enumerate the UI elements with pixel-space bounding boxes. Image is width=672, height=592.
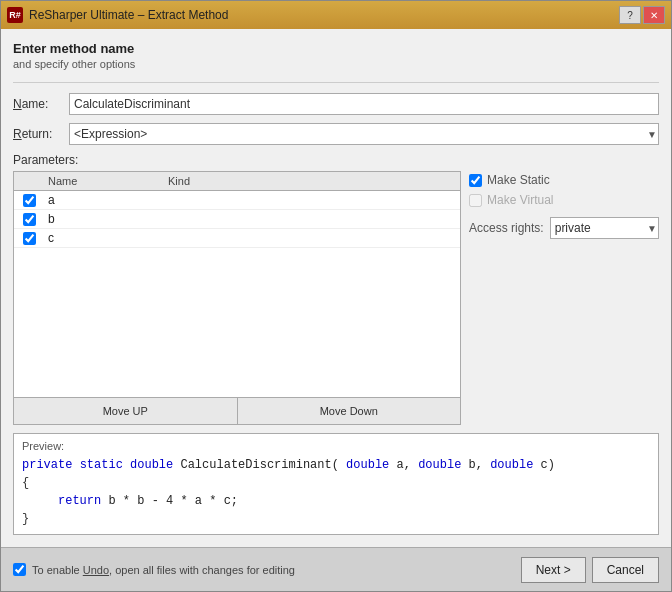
kw-return: return (58, 494, 101, 508)
make-virtual-label: Make Virtual (487, 193, 553, 207)
app-icon: R# (7, 7, 23, 23)
kw-double2: double (346, 458, 389, 472)
row-check-c (14, 232, 44, 245)
close-button[interactable]: ✕ (643, 6, 665, 24)
next-button[interactable]: Next > (521, 557, 586, 583)
col-kind-header: Kind (164, 175, 460, 187)
header-section: Enter method name and specify other opti… (13, 41, 659, 70)
preview-line2: { (22, 474, 650, 492)
row-check-a (14, 194, 44, 207)
window-title: ReSharper Ultimate – Extract Method (29, 8, 228, 22)
table-row: a (14, 191, 460, 210)
titlebar: R# ReSharper Ultimate – Extract Method ?… (1, 1, 671, 29)
parameters-label: Parameters: (13, 153, 659, 167)
name-label: Name: (13, 97, 63, 111)
kw-double: double (130, 458, 173, 472)
options-panel: Make Static Make Virtual Access rights: … (469, 171, 659, 425)
param-a-checkbox[interactable] (23, 194, 36, 207)
undo-underline: Undo (83, 564, 109, 576)
param-b-name: b (44, 212, 164, 226)
kw-double4: double (490, 458, 533, 472)
table-header: Name Kind (14, 172, 460, 191)
preview-label: Preview: (22, 440, 650, 452)
return-select[interactable]: <Expression> (69, 123, 659, 145)
preview-line4: } (22, 510, 650, 528)
param-c-checkbox[interactable] (23, 232, 36, 245)
kw-private: private (22, 458, 72, 472)
table-row: b (14, 210, 460, 229)
parameters-body: Name Kind a (13, 171, 659, 425)
col-check-header (14, 175, 44, 187)
make-virtual-option: Make Virtual (469, 193, 659, 207)
help-button[interactable]: ? (619, 6, 641, 24)
header-subtitle: and specify other options (13, 58, 659, 70)
cancel-button[interactable]: Cancel (592, 557, 659, 583)
table-row: c (14, 229, 460, 248)
parameters-section: Parameters: Name Kind a (13, 153, 659, 425)
preview-line1: private static double CalculateDiscrimin… (22, 456, 650, 474)
move-buttons-area: Move UP Move Down (14, 397, 460, 424)
move-up-button[interactable]: Move UP (14, 398, 238, 424)
divider (13, 82, 659, 83)
param-b-checkbox[interactable] (23, 213, 36, 226)
make-static-checkbox[interactable] (469, 174, 482, 187)
titlebar-left: R# ReSharper Ultimate – Extract Method (7, 7, 228, 23)
param-a-name: a (44, 193, 164, 207)
footer-text: To enable Undo, open all files with chan… (32, 564, 295, 576)
preview-code: private static double CalculateDiscrimin… (22, 456, 650, 528)
make-virtual-checkbox[interactable] (469, 194, 482, 207)
name-input[interactable] (69, 93, 659, 115)
parameters-table: Name Kind a (13, 171, 461, 425)
preview-line3: return b * b - 4 * a * c; (22, 492, 650, 510)
main-window: R# ReSharper Ultimate – Extract Method ?… (0, 0, 672, 592)
move-down-button[interactable]: Move Down (238, 398, 461, 424)
name-row: Name: (13, 93, 659, 115)
access-rights-label: Access rights: (469, 221, 544, 235)
table-empty-space (14, 248, 460, 397)
return-row: Return: <Expression> ▼ (13, 123, 659, 145)
access-rights-select[interactable]: private public protected internal (550, 217, 659, 239)
footer-buttons: Next > Cancel (521, 557, 659, 583)
footer-left: To enable Undo, open all files with chan… (13, 563, 295, 576)
preview-section: Preview: private static double Calculate… (13, 433, 659, 535)
undo-checkbox[interactable] (13, 563, 26, 576)
kw-double3: double (418, 458, 461, 472)
main-content: Enter method name and specify other opti… (1, 29, 671, 547)
return-select-wrapper: <Expression> ▼ (69, 123, 659, 145)
col-name-header: Name (44, 175, 164, 187)
make-static-option: Make Static (469, 173, 659, 187)
return-label: Return: (13, 127, 63, 141)
make-static-label: Make Static (487, 173, 550, 187)
titlebar-buttons: ? ✕ (619, 6, 665, 24)
header-title: Enter method name (13, 41, 659, 56)
kw-static: static (80, 458, 123, 472)
access-rights-select-wrapper: private public protected internal ▼ (550, 217, 659, 239)
param-c-name: c (44, 231, 164, 245)
access-rights-row: Access rights: private public protected … (469, 217, 659, 239)
footer: To enable Undo, open all files with chan… (1, 547, 671, 591)
row-check-b (14, 213, 44, 226)
